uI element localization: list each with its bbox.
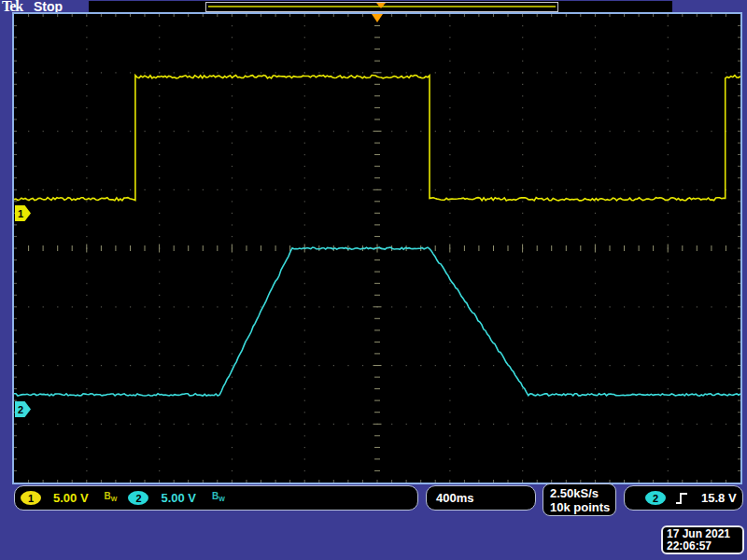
datetime-readout: 17 Jun 2021 22:06:57 [661,525,744,554]
graticule: 1 2 [12,12,742,484]
trigger-readout: 2 15.8 V [624,485,743,511]
time-label: 22:06:57 [667,540,742,553]
waveform-display [14,14,740,483]
oscilloscope-screen: Tek Stop 1 2 1 5.00 V BW 2 5.00 V BW 400… [0,0,747,560]
ch1-scale: 5.00 V [53,491,89,505]
trigger-source-badge: 2 [645,491,666,505]
trigger-level: 15.8 V [701,491,737,505]
record-length: 10k points [550,500,615,514]
ch1-trace [14,76,740,201]
record-view-strip [89,1,672,12]
rising-edge-icon [675,491,688,506]
trigger-position-icon [376,3,386,8]
ch1-bandwidth-limit-icon: BW [105,492,118,504]
sample-rate: 2.50kS/s [550,486,615,500]
record-view-bar [205,2,558,12]
acquisition-readout: 2.50kS/s 10k points [543,483,616,516]
ch1-badge: 1 [21,491,41,505]
channel-readouts: 1 5.00 V BW 2 5.00 V BW [14,485,418,511]
ch2-badge: 2 [128,491,148,505]
trigger-time-icon [372,14,383,22]
ch2-trace [14,247,740,396]
ch2-bandwidth-limit-icon: BW [212,492,225,504]
timebase-readout: 400ms [426,485,536,511]
ch2-scale: 5.00 V [161,491,196,505]
